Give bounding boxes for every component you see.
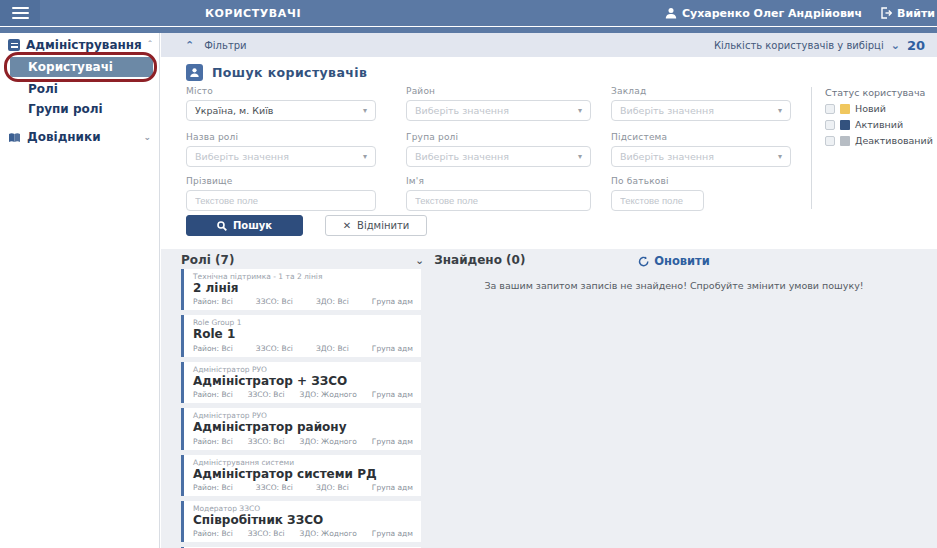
caret-down-icon: ▾	[578, 152, 582, 161]
close-icon: ✕	[343, 220, 351, 231]
bottom-section: Ролі (7) Технічна підтримка - 1 та 2 лін…	[161, 249, 937, 548]
logout-label: Вийти	[897, 7, 935, 20]
hamburger-icon	[12, 7, 29, 19]
select-placeholder: Виберіть значення	[195, 151, 289, 162]
role-card-meta-item: ЗЗСО: Всі	[248, 529, 285, 538]
field-city: Місто Україна, м. Київ ▾	[186, 86, 376, 121]
role-card[interactable]: Адміністратор РУО Адміністратор району Р…	[181, 408, 421, 449]
field-label: Назва ролі	[186, 132, 376, 142]
role-card-meta-item: ЗЗСО: Всі	[248, 390, 285, 399]
role-card-title: 2 лінія	[193, 281, 413, 295]
refresh-button[interactable]: Оновити	[638, 254, 710, 268]
role-card-meta: Район: Всі ЗЗСО: Всі ЗДО: Жодного Група …	[193, 437, 413, 446]
status-option-deactivated[interactable]: Деактивований	[825, 135, 937, 146]
caret-down-icon: ▾	[578, 106, 582, 115]
main-content: ⌃ Фільтри Кількість користувачів у вибір…	[161, 33, 937, 548]
district-select[interactable]: Виберіть значення ▾	[406, 100, 591, 121]
book-icon	[8, 132, 21, 143]
sidebar-section-administration[interactable]: Адміністрування ˆ	[0, 33, 159, 55]
status-color-swatch	[840, 104, 850, 114]
checkbox[interactable]	[825, 136, 835, 146]
field-firstname: Ім'я	[406, 176, 591, 211]
sidebar-item-label: Ролі	[28, 82, 58, 96]
role-group-select[interactable]: Виберіть значення ▾	[406, 146, 591, 167]
subsystem-select[interactable]: Виберіть значення ▾	[611, 146, 791, 167]
select-value: Україна, м. Київ	[195, 105, 273, 116]
field-label: По батькові	[611, 176, 704, 186]
role-card-meta-item: ЗДО: Жодного	[300, 529, 357, 538]
role-card[interactable]: Адміністратор РУО Адміністратор + ЗЗСО Р…	[181, 362, 421, 403]
search-button[interactable]: Пошук	[186, 215, 303, 236]
role-card[interactable]: Технічна підтримка - 1 та 2 лінія 2 ліні…	[181, 269, 421, 310]
sidebar-item-users[interactable]: Користувачі	[10, 57, 153, 77]
select-placeholder: Виберіть значення	[415, 151, 509, 162]
role-card-title: Адміністратор району	[193, 420, 413, 434]
role-card-meta-item: Група адм	[372, 483, 413, 492]
role-card-meta-item: ЗЗСО: Всі	[256, 297, 293, 306]
sidebar-item-roles[interactable]: Ролі	[0, 79, 159, 99]
current-user-name: Сухаренко Олег Андрійович	[682, 7, 862, 20]
sidebar-section-references[interactable]: Довідники ⌄	[0, 125, 159, 147]
city-select[interactable]: Україна, м. Київ ▾	[186, 100, 376, 121]
role-card[interactable]: Адміністрування системи Адміністратор си…	[181, 455, 421, 496]
chevron-down-icon[interactable]: ⌄	[891, 39, 900, 52]
role-card-meta-item: Район: Всі	[193, 483, 233, 492]
status-divider	[811, 87, 812, 209]
sidebar-item-role-groups[interactable]: Групи ролі	[0, 99, 159, 119]
role-card-meta: Район: Всі ЗЗСО: Всі ЗДО: Жодного Група …	[193, 390, 413, 399]
selection-count: Кількість користувачів у вибірці ⌄ 20	[714, 38, 925, 53]
selection-count-label: Кількість користувачів у вибірці	[714, 40, 884, 51]
field-role-group: Група ролі Виберіть значення ▾	[406, 132, 591, 167]
field-patronymic: По батькові	[611, 176, 704, 211]
role-card[interactable]: Role Group 1 Role 1 Район: Всі ЗЗСО: Всі…	[181, 315, 421, 356]
caret-down-icon: ▾	[363, 152, 367, 161]
role-card-meta-item: ЗЗСО: Всі	[256, 344, 293, 353]
refresh-label: Оновити	[654, 254, 710, 268]
status-option-label: Активний	[855, 119, 903, 130]
role-card-meta-item: Група адм	[372, 529, 413, 538]
role-card-title: Адміністратор системи РД	[193, 467, 413, 481]
role-card-meta-item: ЗДО: Жодного	[300, 437, 357, 446]
field-label: Район	[406, 86, 591, 96]
sidebar-item-label: Користувачі	[28, 60, 113, 74]
selection-count-value[interactable]: 20	[907, 38, 925, 53]
chevron-down-icon[interactable]: ⌄	[415, 254, 424, 267]
status-color-swatch	[840, 120, 850, 130]
filters-label: Фільтри	[204, 40, 246, 51]
lastname-input[interactable]	[186, 190, 376, 211]
caret-down-icon: ▾	[778, 152, 782, 161]
role-card-title: Role 1	[193, 327, 413, 341]
filters-collapse-toggle[interactable]: ⌃ Фільтри	[185, 39, 247, 52]
role-card-group: Адміністратор РУО	[193, 411, 413, 420]
role-card-meta-item: ЗДО: Всі	[316, 344, 349, 353]
caret-down-icon: ▾	[363, 106, 367, 115]
role-card-meta-item: Район: Всі	[193, 390, 233, 399]
page-title: КОРИСТУВАЧІ	[205, 7, 301, 20]
hamburger-menu-button[interactable]	[0, 0, 40, 26]
patronymic-input[interactable]	[611, 190, 704, 211]
filter-bar: ⌃ Фільтри Кількість користувачів у вибір…	[161, 33, 937, 57]
logout-icon	[880, 7, 892, 19]
empty-results-message: За вашим запитом записів не знайдено! Сп…	[411, 280, 937, 291]
role-card-meta: Район: Всі ЗЗСО: Всі ЗДО: Всі Група адм	[193, 297, 413, 306]
logout-button[interactable]: Вийти	[880, 7, 935, 20]
results-title: Знайдено (0)	[434, 253, 525, 267]
checkbox[interactable]	[825, 120, 835, 130]
field-role-name: Назва ролі Виберіть значення ▾	[186, 132, 376, 167]
role-card-group: Модератор ЗЗСО	[193, 504, 413, 513]
role-card-group: Role Group 1	[193, 318, 413, 327]
status-option-active[interactable]: Активний	[825, 119, 937, 130]
topbar-secondary-strip	[0, 27, 937, 33]
firstname-input[interactable]	[406, 190, 591, 211]
chevron-up-icon: ˆ	[148, 40, 153, 50]
current-user[interactable]: Сухаренко Олег Андрійович	[665, 7, 862, 20]
status-option-new[interactable]: Новий	[825, 103, 937, 114]
role-card[interactable]: Модератор ЗЗСО Співробітник ЗЗСО Район: …	[181, 501, 421, 542]
cancel-button[interactable]: ✕ Відмінити	[325, 215, 427, 236]
role-name-select[interactable]: Виберіть значення ▾	[186, 146, 376, 167]
institution-select[interactable]: Виберіть значення ▾	[611, 100, 791, 121]
results-header: ⌄ Знайдено (0)	[415, 253, 525, 267]
search-panel: Пошук користувачів Місто Україна, м. Киї…	[161, 57, 937, 249]
checkbox[interactable]	[825, 104, 835, 114]
role-card-meta-item: ЗДО: Жодного	[300, 390, 357, 399]
